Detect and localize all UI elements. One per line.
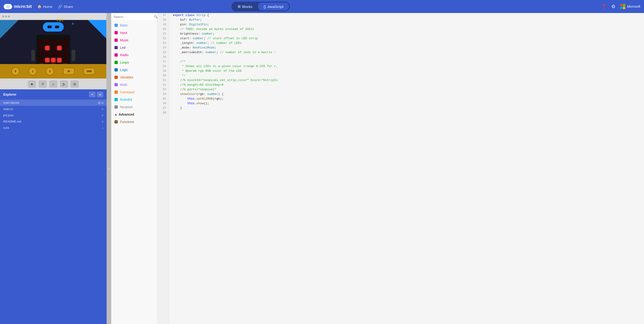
code-editor[interactable]: 4748495051525354555657585960616263646566…	[158, 13, 644, 324]
mode-tabs: ⊞ Blocks {} JavaScript	[231, 2, 290, 11]
share-link[interactable]: 🔗 Share	[58, 5, 73, 9]
menu-icon-3[interactable]: ≡	[102, 120, 103, 123]
block-label-7: Variables	[120, 75, 133, 79]
block-item-input[interactable]: Input	[111, 29, 157, 37]
code-line-48: buf: Buffer;	[173, 18, 640, 22]
file-item-pxt_json[interactable]: pxt.json ≡	[0, 112, 106, 118]
line-num-49: 49	[160, 22, 166, 27]
code-line-61: //% blockId="neopixel_set_strip_color" b…	[173, 78, 640, 83]
led-2-2	[51, 52, 56, 56]
code-token: brightness:	[173, 32, 202, 36]
code-token: show	[196, 102, 204, 105]
tab-blocks[interactable]: ⊞ Blocks	[232, 3, 258, 11]
code-token: start:	[173, 37, 193, 40]
line-num-62: 62	[160, 83, 166, 87]
face-row	[36, 22, 70, 33]
code-line-67: }	[173, 106, 640, 110]
help-icon[interactable]: ❓	[601, 4, 607, 9]
volume-button[interactable]: 🔊	[60, 81, 68, 87]
fullscreen-button[interactable]: ⊞	[71, 81, 78, 87]
search-input[interactable]	[114, 15, 152, 19]
functions-icon: f	[114, 120, 118, 123]
button-b-body	[72, 50, 75, 61]
code-token: _mode:	[173, 46, 193, 49]
file-item-README_md[interactable]: README.md ≡	[0, 118, 106, 125]
home-icon: 🏠	[37, 5, 42, 9]
menu-icon-2[interactable]: ≡	[102, 114, 103, 117]
explorer-buttons: + ∨	[89, 92, 103, 97]
block-item-logic[interactable]: Logic	[111, 66, 157, 74]
microsoft-label: Microsoft	[627, 5, 640, 8]
block-label-11: Neopixel	[120, 105, 132, 109]
block-item-music[interactable]: Music	[111, 37, 157, 44]
file-item-actions-3: ≡	[102, 120, 103, 123]
search-icon: 🔍	[154, 15, 158, 19]
block-item-loops[interactable]: Loops	[111, 59, 157, 66]
file-item-core[interactable]: core ›	[0, 125, 106, 131]
code-token: {	[207, 14, 209, 17]
block-item-math[interactable]: Math	[111, 81, 157, 88]
pin-2: 2	[46, 67, 54, 75]
code-line-60: */	[173, 73, 640, 78]
navbar: ⬜ micro:bit 🏠 Home 🔗 Share ⊞ Blocks {} J…	[0, 0, 644, 13]
led-0-0	[39, 40, 43, 44]
ms-cell-2	[623, 4, 625, 6]
file-item-main_ts[interactable]: main.ts ≡	[0, 106, 106, 112]
code-token: }	[173, 106, 182, 110]
add-file-button[interactable]: +	[89, 92, 96, 97]
delete-icon-0[interactable]: 🗑	[98, 101, 101, 104]
block-dot-9	[114, 91, 118, 94]
code-token: ) {	[218, 92, 224, 96]
block-item-gamepad[interactable]: Gamepad	[111, 88, 157, 96]
block-item-basic[interactable]: Basic	[111, 22, 157, 29]
advanced-label: Advanced	[119, 113, 134, 116]
block-item-functions[interactable]: f Functions	[111, 118, 157, 125]
code-line-58: * Shows all LEDs to a given color (range…	[173, 64, 640, 69]
collapse-arrow[interactable]: ‹	[106, 13, 111, 324]
expand-button[interactable]: ∨	[97, 92, 103, 97]
block-dot-3	[114, 46, 118, 49]
fork-icon-0[interactable]: ⑆	[102, 101, 103, 104]
code-token: export	[173, 14, 186, 17]
home-label: Home	[43, 5, 52, 9]
block-dot-7	[114, 76, 118, 79]
settings-icon[interactable]: ⚙	[611, 4, 616, 9]
block-item-neopixel[interactable]: Neopixel	[111, 103, 157, 111]
code-line-53: _length: number; // number of LEDs	[173, 41, 640, 46]
file-name-1: main.ts	[3, 107, 13, 111]
block-dot-0	[114, 24, 118, 27]
audio-button[interactable]: ♫	[49, 81, 57, 87]
block-dot-8	[114, 83, 118, 86]
code-token: /**	[173, 60, 186, 63]
code-token: // number of leds in a matrix -	[220, 51, 276, 54]
advanced-header[interactable]: ▲ Advanced	[111, 111, 157, 118]
triangle-tl	[0, 20, 18, 39]
code-token: ;	[214, 46, 216, 49]
block-dot-11	[114, 105, 118, 109]
ms-grid-icon	[620, 4, 625, 9]
block-item-led[interactable]: Led	[111, 44, 157, 51]
led-3-1	[45, 58, 49, 62]
restart-button[interactable]: ↺	[39, 81, 46, 87]
menu-icon-1[interactable]: ≡	[102, 107, 103, 111]
pin-area: 0 1 2 3V GND	[0, 64, 106, 78]
block-item-radio[interactable]: Radio	[111, 51, 157, 59]
code-line-64: showColor(rgb: number) {	[173, 92, 640, 97]
advanced-chevron: ▲	[114, 113, 117, 116]
face	[43, 22, 64, 32]
code-token: // start offset in LED strip	[207, 37, 258, 40]
stop-button[interactable]: ■	[28, 81, 36, 87]
code-token: buf:	[173, 18, 189, 22]
button-a-body	[31, 50, 35, 61]
block-item-variables[interactable]: Variables	[111, 74, 157, 81]
tab-javascript[interactable]: {} JavaScript	[258, 3, 289, 11]
line-num-67: 67	[160, 106, 166, 110]
block-item-robotbit[interactable]: Robotbit	[111, 96, 157, 103]
functions-label: Functions	[120, 120, 134, 124]
file-item-main_blocks[interactable]: main.blocks 🗑⑆	[0, 100, 106, 106]
led-2-3	[57, 52, 62, 56]
home-link[interactable]: 🏠 Home	[37, 5, 52, 9]
logo-text: micro:bit	[14, 4, 32, 9]
code-token: this	[187, 102, 194, 105]
line-num-51: 51	[160, 32, 166, 36]
